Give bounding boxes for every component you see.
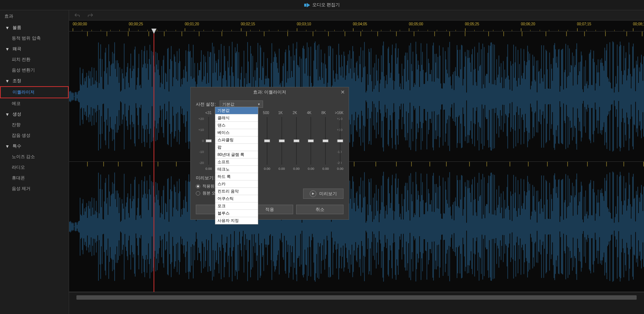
equalizer-dialog: 효과: 이퀄라이저 ✕ 사전 설정: 기본값 ▼ <31621252505001… xyxy=(190,87,349,220)
wave-track-top[interactable] xyxy=(69,32,644,162)
dropdown-item[interactable]: 어쿠스틱 xyxy=(215,195,258,202)
group-header[interactable]: ▼왜곡 xyxy=(0,44,69,54)
ruler-tick: 00;08;10 xyxy=(633,22,644,26)
close-icon[interactable]: ✕ xyxy=(340,89,346,95)
eq-slider[interactable] xyxy=(337,117,343,165)
effect-item[interactable]: 잔향 xyxy=(0,120,69,130)
chevron-down-icon: ▼ xyxy=(5,78,10,84)
dropdown-item[interactable]: 컨트리 음악 xyxy=(215,188,258,195)
dropdown-item[interactable]: 스파클링 xyxy=(215,136,258,144)
preview-button[interactable]: 미리보기 xyxy=(303,189,343,199)
effect-item[interactable]: 잡음 생성 xyxy=(0,130,69,141)
effect-item[interactable]: 에코 xyxy=(0,98,69,109)
radio-applied-label: 적용된 xyxy=(202,183,215,189)
chevron-down-icon: ▼ xyxy=(5,112,10,117)
undo-icon[interactable] xyxy=(74,12,80,18)
effect-item[interactable]: 노이즈 감소 xyxy=(0,151,69,162)
eq-value: 0.00 xyxy=(264,167,270,171)
scroll-thumb[interactable] xyxy=(76,295,637,300)
titlebar: 오디오 편집기 xyxy=(0,0,644,10)
eq-thumb[interactable] xyxy=(279,139,285,142)
effect-item[interactable]: 음성 변환기 xyxy=(0,65,69,76)
wave-track-bottom[interactable] xyxy=(69,162,644,292)
dropdown-item[interactable]: 사용자 지정 xyxy=(215,217,258,224)
ruler-tick: 00;04;05 xyxy=(353,22,367,26)
dropdown-item[interactable]: 기본값 xyxy=(215,107,258,114)
eq-slider[interactable] xyxy=(308,117,314,165)
eq-thumb[interactable] xyxy=(264,139,270,142)
redo-icon[interactable] xyxy=(87,12,93,18)
play-icon xyxy=(310,190,316,197)
effect-item[interactable]: 피치 전환 xyxy=(0,54,69,65)
effect-item[interactable]: 휴대폰 xyxy=(0,173,69,183)
eq-thumb[interactable] xyxy=(337,139,343,142)
scroll-track[interactable] xyxy=(76,295,637,300)
eq-thumb[interactable] xyxy=(206,139,212,142)
bottom-scroll xyxy=(69,292,644,314)
eq-value: 0.00 xyxy=(322,167,329,171)
dialog-title: 효과: 이퀄라이저 ✕ xyxy=(191,87,349,97)
radio-icon xyxy=(196,184,200,189)
dropdown-item[interactable]: 테크노 xyxy=(215,166,258,173)
dropdown-item[interactable]: 클래식 xyxy=(215,114,258,122)
eq-band-label: 500 xyxy=(263,111,269,115)
playhead[interactable] xyxy=(154,32,154,292)
dialog-title-text: 효과: 이퀄라이저 xyxy=(253,89,287,95)
ruler-tick: 00;06;20 xyxy=(521,22,535,26)
effects-sidebar: 효과 ▼볼륨동적 범위 압축▼왜곡피치 전환음성 변환기▼조정이퀄라이저에코▼생… xyxy=(0,10,69,314)
eq-thumb[interactable] xyxy=(308,139,314,142)
ruler-tick: 00;02;15 xyxy=(241,22,255,26)
eq-slider[interactable] xyxy=(278,117,285,165)
toolbar xyxy=(69,10,644,21)
eq-value: 0.00 xyxy=(293,167,300,171)
preset-label: 사전 설정: xyxy=(196,101,216,107)
ruler-tick: 00;03;10 xyxy=(297,22,311,26)
eq-band-label: >16K xyxy=(335,111,343,115)
dropdown-item[interactable]: 포크 xyxy=(215,202,258,210)
eq-band-label: 2K xyxy=(292,111,298,115)
dropdown-item[interactable]: 소프트 xyxy=(215,158,258,166)
dropdown-item[interactable]: 댄스 xyxy=(215,122,258,129)
effect-item[interactable]: 이퀄라이저 xyxy=(0,86,69,98)
ruler-tick: 00;05;25 xyxy=(465,22,479,26)
ruler-tick: 00;01;20 xyxy=(185,22,199,26)
preset-dropdown-list: 기본값클래식댄스베이스스파클링팝80년대 글램 록소프트테크노하드 록스카컨트리… xyxy=(215,107,258,224)
chevron-down-icon: ▼ xyxy=(5,144,10,149)
content-area: 00;00;0000;00;2500;01;2000;02;1500;03;10… xyxy=(69,10,644,314)
dropdown-item[interactable]: 베이스 xyxy=(215,129,258,136)
eq-slider[interactable] xyxy=(264,117,270,165)
eq-slider[interactable] xyxy=(205,117,212,165)
cancel-button[interactable]: 취소 xyxy=(296,205,343,214)
dropdown-item[interactable]: 80년대 글램 록 xyxy=(215,151,258,158)
svg-marker-1 xyxy=(307,3,310,7)
group-header[interactable]: ▼조정 xyxy=(0,76,69,86)
preset-value: 기본값 xyxy=(222,102,234,107)
dropdown-item[interactable]: 스카 xyxy=(215,180,258,188)
eq-slider[interactable] xyxy=(293,117,300,165)
ruler-tick: 00;00;00 xyxy=(73,22,87,26)
ruler-tick: 00;07;15 xyxy=(577,22,591,26)
dropdown-item[interactable]: 하드 록 xyxy=(215,173,258,180)
group-header[interactable]: ▼볼륨 xyxy=(0,22,69,33)
dropdown-item[interactable]: 팝 xyxy=(215,144,258,151)
radio-icon xyxy=(196,191,200,196)
chevron-down-icon: ▼ xyxy=(5,25,10,30)
sidebar-header: 효과 xyxy=(0,10,69,22)
svg-rect-0 xyxy=(304,4,306,7)
eq-thumb[interactable] xyxy=(323,139,328,142)
eq-band-label: 8K xyxy=(320,111,327,115)
eq-thumb[interactable] xyxy=(294,139,299,142)
svg-marker-62 xyxy=(312,193,314,195)
ruler-tick: 00;05;00 xyxy=(409,22,423,26)
eq-slider[interactable] xyxy=(322,117,329,165)
group-header[interactable]: ▼생성 xyxy=(0,109,69,120)
chevron-down-icon: ▼ xyxy=(258,103,260,106)
effect-item[interactable]: 라디오 xyxy=(0,162,69,173)
dropdown-item[interactable]: 블루스 xyxy=(215,210,258,217)
eq-band-label: <31 xyxy=(205,111,212,115)
group-header[interactable]: ▼특수 xyxy=(0,141,69,151)
effect-item[interactable]: 음성 제거 xyxy=(0,183,69,194)
app-logo-icon xyxy=(304,3,310,7)
waveform-area[interactable] xyxy=(69,32,644,292)
effect-item[interactable]: 동적 범위 압축 xyxy=(0,33,69,44)
